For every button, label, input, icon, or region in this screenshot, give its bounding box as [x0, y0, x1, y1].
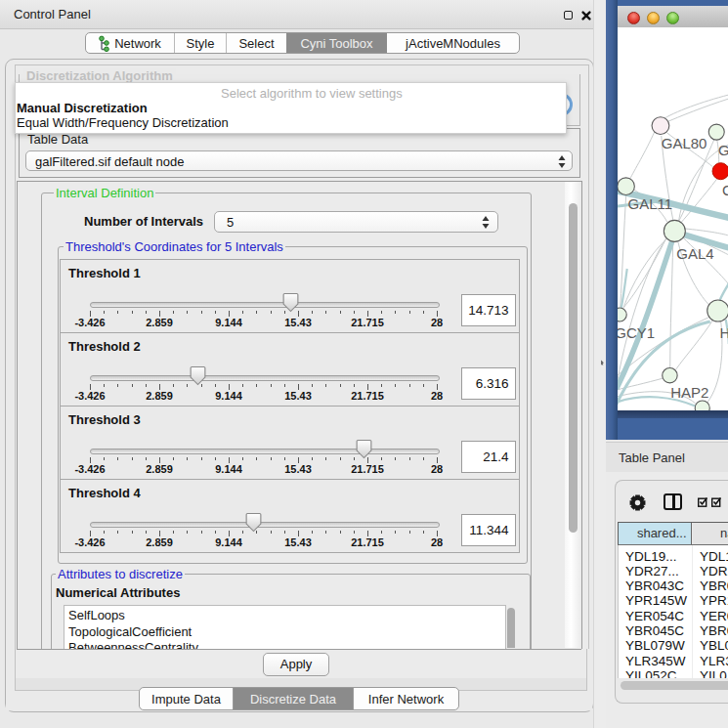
- svg-text:HI: HI: [719, 324, 728, 341]
- svg-text:GAL11: GAL11: [627, 195, 672, 212]
- svg-text:GAL80: GAL80: [661, 135, 707, 151]
- svg-text:GCY1: GCY1: [618, 324, 655, 341]
- svg-text:HAP2: HAP2: [670, 384, 708, 401]
- svg-text:C: C: [721, 182, 728, 198]
- svg-text:GA: GA: [717, 142, 728, 158]
- svg-text:GAL4: GAL4: [676, 245, 713, 262]
